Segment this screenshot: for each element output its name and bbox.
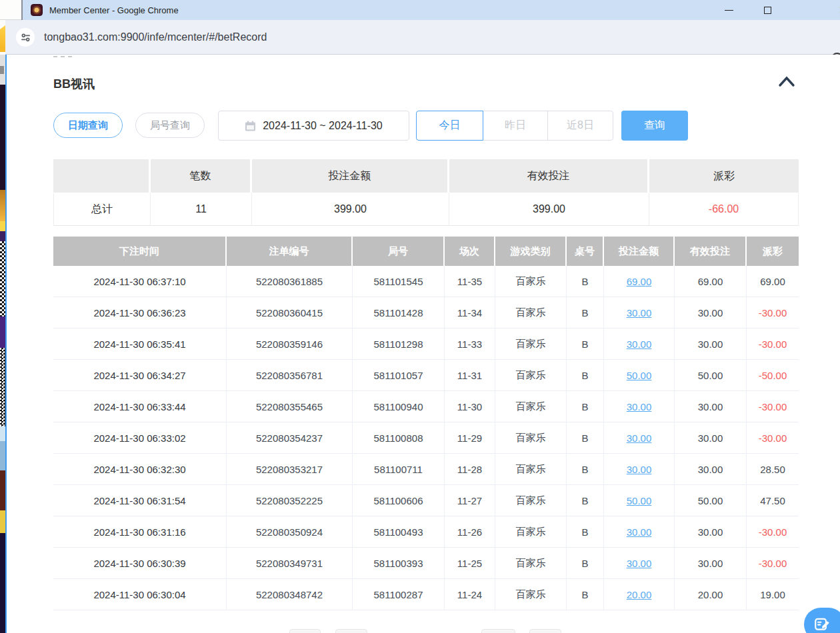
table-cell: 20.00 bbox=[604, 579, 675, 610]
site-settings-icon[interactable] bbox=[16, 28, 35, 47]
table-cell: -30.00 bbox=[747, 422, 799, 454]
window-title: Member Center - Google Chrome bbox=[49, 5, 179, 15]
table-row: 2024-11-30 06:33:02522080354237581100808… bbox=[53, 422, 799, 454]
bet-amount-link[interactable]: 30.00 bbox=[627, 401, 652, 412]
table-cell: -30.00 bbox=[747, 328, 799, 360]
table-cell: 百家乐 bbox=[495, 579, 567, 610]
bet-amount-link[interactable]: 30.00 bbox=[627, 432, 652, 444]
date-range-input[interactable]: 2024-11-30 ~ 2024-11-30 bbox=[218, 111, 409, 141]
table-cell: B bbox=[567, 579, 604, 610]
summary-bet-amount: 399.00 bbox=[252, 193, 449, 226]
table-cell: 百家乐 bbox=[495, 360, 567, 391]
table-cell: 11-31 bbox=[445, 360, 495, 391]
column-header: 局号 bbox=[353, 237, 445, 266]
maximize-button[interactable] bbox=[752, 0, 783, 20]
table-cell: 522080355465 bbox=[227, 391, 353, 422]
table-cell: 11-26 bbox=[445, 516, 495, 548]
bet-amount-link[interactable]: 30.00 bbox=[627, 464, 652, 475]
pagination-button[interactable] bbox=[529, 629, 561, 633]
bet-amount-link[interactable]: 30.00 bbox=[627, 307, 652, 318]
bet-amount-link[interactable]: 30.00 bbox=[627, 558, 652, 569]
table-cell: 百家乐 bbox=[495, 391, 567, 422]
table-cell: 581100808 bbox=[353, 422, 445, 454]
url-address[interactable]: tongbao31.com:9900/infe/mcenter/#/betRec… bbox=[44, 20, 267, 55]
summary-valid-bet: 399.00 bbox=[449, 193, 649, 226]
table-cell: 522080360415 bbox=[227, 297, 353, 328]
pagination-button[interactable] bbox=[481, 629, 515, 633]
table-cell: 20.00 bbox=[675, 579, 747, 610]
table-cell: B bbox=[567, 516, 604, 548]
table-row: 2024-11-30 06:34:27522080356781581101057… bbox=[53, 360, 799, 391]
bet-amount-link[interactable]: 50.00 bbox=[627, 495, 652, 506]
bet-amount-link[interactable]: 30.00 bbox=[627, 526, 652, 538]
bet-record-panel: BB视讯 日期查询 局号查询 2024-11-30 ~ 2024-11-30 今… bbox=[7, 55, 840, 633]
table-cell: 522080356781 bbox=[227, 360, 353, 391]
table-cell: 581100940 bbox=[353, 391, 445, 422]
table-cell: 百家乐 bbox=[495, 297, 567, 328]
table-cell: -50.00 bbox=[747, 360, 799, 391]
table-cell: 30.00 bbox=[604, 297, 675, 328]
table-cell: 2024-11-30 06:36:23 bbox=[53, 297, 227, 328]
feedback-compose-button[interactable] bbox=[804, 608, 840, 633]
table-cell: 百家乐 bbox=[495, 422, 567, 454]
today-button[interactable]: 今日 bbox=[416, 111, 483, 141]
table-cell: 28.50 bbox=[747, 454, 799, 485]
table-row: 2024-11-30 06:31:16522080350924581100493… bbox=[53, 516, 799, 548]
table-cell: 522080350924 bbox=[227, 516, 353, 548]
date-range-value: 2024-11-30 ~ 2024-11-30 bbox=[263, 120, 383, 132]
bet-amount-link[interactable]: 69.00 bbox=[627, 276, 652, 287]
table-cell: 581100711 bbox=[353, 454, 445, 485]
bet-table-header: 下注时间 注单编号 局号 场次 游戏类别 桌号 投注金额 有效投注 派彩 bbox=[53, 237, 799, 266]
table-cell: 522080348742 bbox=[227, 579, 353, 610]
summary-total-row: 总计 11 399.00 399.00 -66.00 bbox=[53, 193, 799, 226]
table-cell: 2024-11-30 06:30:39 bbox=[53, 548, 227, 579]
table-cell: 30.00 bbox=[604, 422, 675, 454]
table-cell: 522080354237 bbox=[227, 422, 353, 454]
table-cell: 百家乐 bbox=[495, 266, 567, 297]
table-cell: 百家乐 bbox=[495, 454, 567, 485]
bet-amount-link[interactable]: 30.00 bbox=[627, 338, 652, 350]
background-window-fragment bbox=[0, 0, 21, 20]
table-cell: 581101298 bbox=[353, 328, 445, 360]
pagination-button[interactable] bbox=[289, 629, 321, 633]
summary-count: 11 bbox=[151, 193, 252, 226]
table-cell: 581100287 bbox=[353, 579, 445, 610]
table-cell: 522080361885 bbox=[227, 266, 353, 297]
search-button[interactable]: 查询 bbox=[621, 111, 688, 141]
chrome-window: Member Center - Google Chrome ✕ tongbao3… bbox=[0, 0, 840, 633]
table-cell: 11-25 bbox=[445, 548, 495, 579]
table-cell: 30.00 bbox=[675, 454, 747, 485]
bet-amount-link[interactable]: 50.00 bbox=[627, 370, 652, 381]
last8days-button[interactable]: 近8日 bbox=[547, 111, 613, 141]
pagination-button[interactable] bbox=[335, 629, 367, 633]
table-cell: B bbox=[567, 422, 604, 454]
table-cell: 30.00 bbox=[675, 422, 747, 454]
table-row: 2024-11-30 06:33:44522080355465581100940… bbox=[53, 391, 799, 422]
table-cell: 581100393 bbox=[353, 548, 445, 579]
table-cell: 11-27 bbox=[445, 485, 495, 516]
table-cell: 581100493 bbox=[353, 516, 445, 548]
date-query-tab[interactable]: 日期查询 bbox=[53, 113, 123, 138]
table-row: 2024-11-30 06:32:30522080353217581100711… bbox=[53, 454, 799, 485]
table-cell: -30.00 bbox=[747, 548, 799, 579]
column-header: 桌号 bbox=[567, 237, 604, 266]
close-button[interactable]: ✕ bbox=[791, 0, 840, 20]
table-cell: 11-35 bbox=[445, 266, 495, 297]
table-cell: -30.00 bbox=[747, 391, 799, 422]
minimize-button[interactable] bbox=[713, 0, 744, 20]
compose-pencil-icon bbox=[813, 616, 831, 633]
column-header: 场次 bbox=[445, 237, 495, 266]
table-cell: 50.00 bbox=[675, 485, 747, 516]
table-row: 2024-11-30 06:30:04522080348742581100287… bbox=[53, 579, 799, 610]
column-header: 投注金额 bbox=[604, 237, 675, 266]
table-cell: 11-33 bbox=[445, 328, 495, 360]
site-favicon-icon bbox=[31, 4, 43, 16]
collapse-chevron-up-icon[interactable] bbox=[777, 75, 796, 89]
table-cell: 30.00 bbox=[604, 516, 675, 548]
bet-amount-link[interactable]: 20.00 bbox=[627, 589, 652, 600]
table-cell: 2024-11-30 06:33:02 bbox=[53, 422, 227, 454]
yesterday-button[interactable]: 昨日 bbox=[483, 111, 548, 141]
divider bbox=[53, 56, 72, 57]
column-header: 下注时间 bbox=[53, 237, 227, 266]
round-query-tab[interactable]: 局号查询 bbox=[135, 113, 205, 138]
